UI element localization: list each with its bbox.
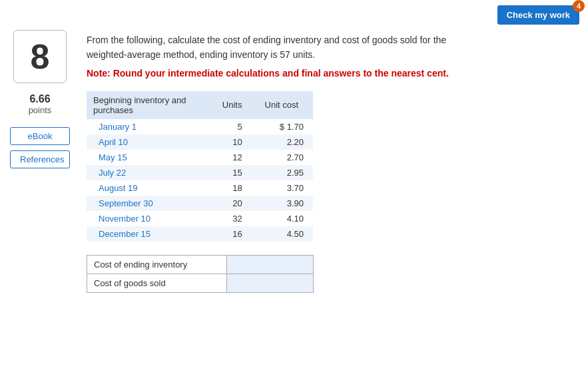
cost-cell: 2.20	[256, 134, 313, 150]
question-text-line1: From the following, calculate the cost o…	[87, 33, 573, 63]
references-label: References	[20, 154, 64, 164]
goods-sold-input[interactable]	[227, 274, 313, 292]
units-cell: 16	[214, 226, 256, 242]
date-cell: August 19	[87, 180, 214, 196]
points-label: points	[29, 105, 52, 115]
main-layout: 8 6.66 points eBook References From the …	[0, 27, 586, 306]
left-sidebar: 8 6.66 points eBook References	[0, 27, 80, 306]
units-cell: 18	[214, 180, 256, 196]
ebook-label: eBook	[28, 131, 53, 141]
ending-inventory-input[interactable]	[227, 256, 313, 274]
units-cell: 12	[214, 150, 256, 165]
date-cell: May 15	[87, 150, 214, 165]
table-row: December 15164.50	[87, 226, 313, 242]
goods-sold-input-cell	[227, 274, 314, 292]
cost-cell: 3.90	[256, 196, 313, 211]
result-row-ending-inventory: Cost of ending inventory	[87, 255, 314, 274]
result-table: Cost of ending inventory Cost of goods s…	[87, 255, 314, 293]
units-cell: 32	[214, 211, 256, 226]
table-row: July 22152.95	[87, 165, 313, 180]
date-cell: November 10	[87, 211, 214, 226]
table-row: August 19183.70	[87, 180, 313, 196]
check-my-work-button[interactable]: Check my work 4	[497, 5, 579, 25]
units-cell: 10	[214, 134, 256, 150]
cost-cell: 4.10	[256, 211, 313, 226]
cost-cell: 2.70	[256, 150, 313, 165]
cost-cell: $ 1.70	[256, 119, 313, 134]
cost-cell: 3.70	[256, 180, 313, 196]
table-header-inventory: Beginning inventory and purchases	[87, 91, 214, 119]
content-area: From the following, calculate the cost o…	[80, 27, 586, 306]
table-header-unit-cost: Unit cost	[256, 91, 313, 119]
date-cell: December 15	[87, 226, 214, 242]
date-cell: July 22	[87, 165, 214, 180]
units-cell: 20	[214, 196, 256, 211]
references-button[interactable]: References	[10, 150, 70, 168]
table-row: January 15$ 1.70	[87, 119, 313, 134]
check-button-label: Check my work	[507, 10, 570, 20]
question-number: 8	[31, 37, 50, 77]
date-cell: September 30	[87, 196, 214, 211]
date-cell: January 1	[87, 119, 214, 134]
note-text: Note: Round your intermediate calculatio…	[87, 67, 573, 81]
goods-sold-label: Cost of goods sold	[87, 274, 227, 292]
date-cell: April 10	[87, 134, 214, 150]
ending-inventory-label: Cost of ending inventory	[87, 255, 227, 274]
table-row: November 10324.10	[87, 211, 313, 226]
ebook-button[interactable]: eBook	[10, 127, 70, 145]
points-value: 6.66	[29, 93, 50, 105]
cost-cell: 2.95	[256, 165, 313, 180]
question-number-box: 8	[13, 30, 67, 83]
cost-cell: 4.50	[256, 226, 313, 242]
badge-count: 4	[573, 0, 585, 12]
result-row-goods-sold: Cost of goods sold	[87, 274, 314, 292]
top-bar: Check my work 4	[0, 0, 586, 27]
table-row: April 10102.20	[87, 134, 313, 150]
table-header-units: Units	[214, 91, 256, 119]
ending-inventory-input-cell	[227, 255, 314, 274]
table-row: September 30203.90	[87, 196, 313, 211]
table-row: May 15122.70	[87, 150, 313, 165]
units-cell: 15	[214, 165, 256, 180]
units-cell: 5	[214, 119, 256, 134]
inventory-table: Beginning inventory and purchases Units …	[87, 91, 313, 242]
